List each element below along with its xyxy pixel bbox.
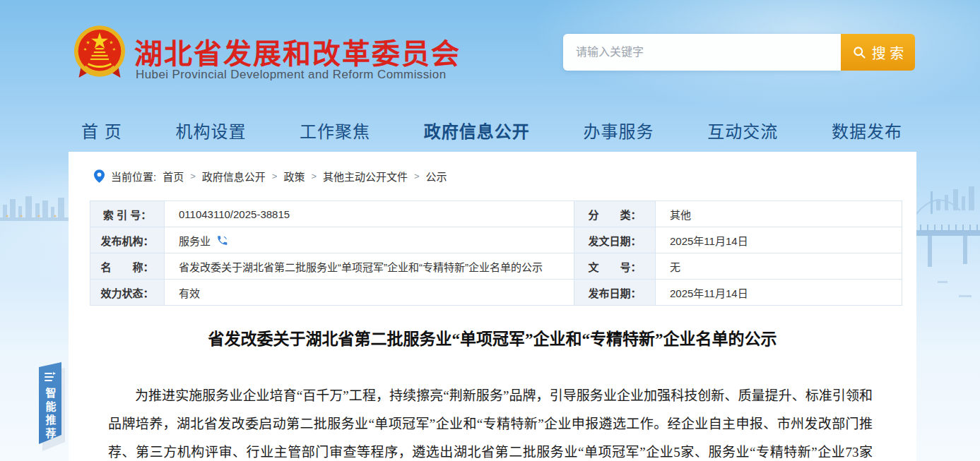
search-input[interactable] [563, 34, 841, 71]
breadcrumb: 当前位置: 首页 > 政府信息公开 > 政策 > 其他主动公开文件 > 公示 [94, 169, 447, 184]
breadcrumb-home[interactable]: 首页 [163, 169, 184, 184]
breadcrumb-other-files[interactable]: 其他主动公开文件 [323, 169, 408, 184]
background-bridge-art [916, 175, 980, 359]
national-emblem-logo [71, 23, 129, 82]
side-tab-label: 智能推荐 [43, 388, 58, 441]
meta-value-issue-date: 2025年11月14日 [656, 227, 902, 253]
meta-label-publish-date: 发布日期： [574, 280, 656, 306]
meta-label-issue-date: 发文日期： [574, 227, 656, 253]
article-paragraph: 为推进实施服务业企业培育“百千万”工程，持续擦亮“荆新服务”品牌，引导服务业企业… [108, 382, 873, 461]
meta-value-category: 其他 [656, 201, 902, 227]
breadcrumb-separator: > [190, 171, 196, 181]
breadcrumb-gov-info[interactable]: 政府信息公开 [202, 169, 266, 184]
table-row: 发布机构： 服务业 发文日期： 2025年11月14日 [90, 227, 902, 253]
site-header: 湖北省发展和改革委员会 Hubei Provincial Development… [69, 0, 916, 106]
breadcrumb-label: 当前位置: [111, 169, 156, 184]
breadcrumb-separator: > [272, 171, 278, 181]
meta-value-title: 省发改委关于湖北省第二批服务业“单项冠军”企业和“专精特新”企业名单的公示 [165, 253, 574, 280]
nav-item-interaction[interactable]: 互动交流 [707, 118, 778, 143]
page: 湖北省发展和改革委员会 Hubei Provincial Development… [0, 0, 980, 461]
site-subtitle: Hubei Provincial Development and Reform … [136, 68, 447, 82]
nav-item-data-release[interactable]: 数据发布 [832, 118, 902, 143]
meta-label-doc-number: 文 号： [574, 253, 656, 280]
meta-value-publisher: 服务业 [165, 227, 574, 253]
site-title: 湖北省发展和改革委员会 [134, 31, 461, 72]
nav-item-home[interactable]: 首 页 [81, 118, 122, 143]
nav-item-services[interactable]: 办事服务 [584, 118, 654, 143]
content-panel: 当前位置: 首页 > 政府信息公开 > 政策 > 其他主动公开文件 > 公示 索… [69, 152, 916, 461]
location-pin-icon [94, 169, 105, 183]
table-row: 索 引 号： 011043110/2025-38815 分 类： 其他 [90, 201, 902, 227]
breadcrumb-policy[interactable]: 政策 [283, 169, 305, 184]
meta-value-index-number: 011043110/2025-38815 [165, 201, 574, 227]
meta-label-publisher: 发布机构： [90, 227, 165, 253]
article-title: 省发改委关于湖北省第二批服务业“单项冠军”企业和“专精特新”企业名单的公示 [69, 325, 916, 349]
search-box: 搜 索 [563, 34, 915, 71]
main-nav: 首 页 机构设置 工作聚焦 政府信息公开 办事服务 互动交流 数据发布 [69, 112, 916, 148]
nav-item-organization[interactable]: 机构设置 [175, 118, 246, 143]
nav-item-work-focus[interactable]: 工作聚焦 [300, 118, 370, 143]
background-skyline-art [0, 189, 69, 239]
list-arrow-icon [45, 372, 56, 382]
breadcrumb-announcement[interactable]: 公示 [426, 169, 447, 184]
search-button-label: 搜 索 [872, 42, 904, 63]
table-row: 效力状态： 有效 发布日期： 2025年11月14日 [90, 280, 902, 306]
breadcrumb-separator: > [414, 171, 420, 181]
meta-label-title: 名 称： [90, 253, 165, 280]
meta-value-publish-date: 2025年11月14日 [656, 280, 902, 306]
search-button[interactable]: 搜 索 [841, 34, 915, 71]
meta-label-validity: 效力状态： [90, 280, 165, 306]
table-row: 名 称： 省发改委关于湖北省第二批服务业“单项冠军”企业和“专精特新”企业名单的… [90, 253, 902, 280]
meta-label-index-number: 索 引 号： [90, 201, 165, 227]
document-meta-table: 索 引 号： 011043110/2025-38815 分 类： 其他 发布机构… [90, 200, 902, 306]
meta-value-validity: 有效 [165, 280, 574, 306]
nav-item-gov-info-disclosure[interactable]: 政府信息公开 [424, 118, 530, 143]
meta-value-doc-number: 无 [656, 253, 902, 280]
phone-icon[interactable] [216, 234, 228, 246]
breadcrumb-separator: > [311, 171, 317, 181]
meta-label-category: 分 类： [574, 201, 656, 227]
smart-recommend-tab[interactable]: 智能推荐 [39, 362, 61, 444]
publisher-name: 服务业 [179, 233, 211, 248]
search-icon [852, 45, 866, 59]
